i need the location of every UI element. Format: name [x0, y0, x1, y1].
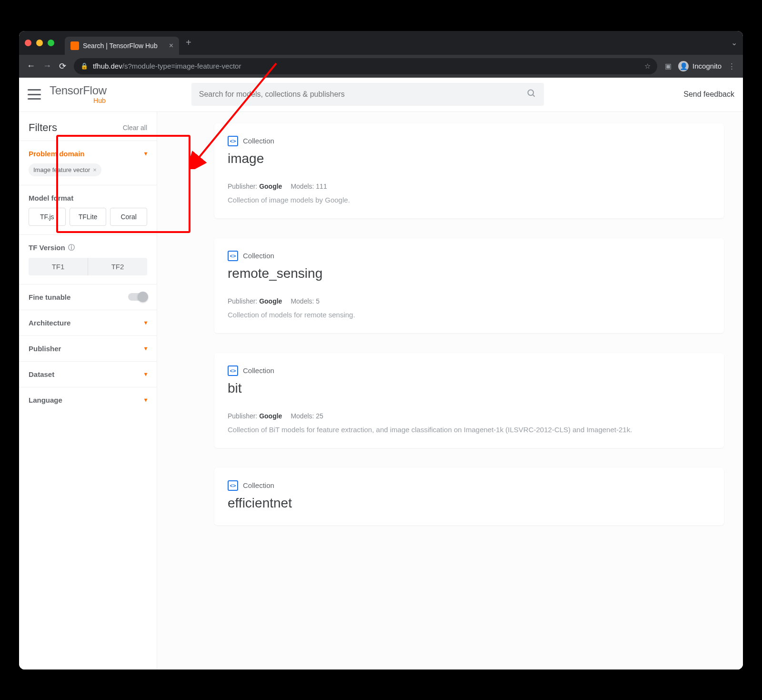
filters-title: Filters	[29, 122, 57, 134]
chip-label: Image feature vector	[33, 166, 90, 173]
nav-back-button[interactable]: ←	[27, 61, 35, 71]
filter-label: TF Version	[29, 243, 65, 252]
url-input[interactable]: 🔒 tfhub.dev/s?module-type=image-feature-…	[74, 58, 657, 74]
incognito-label: Incognito	[692, 62, 722, 70]
publisher-label: Publisher:	[228, 183, 257, 190]
format-coral-button[interactable]: Coral	[110, 208, 147, 226]
tab-close-icon[interactable]: ×	[169, 41, 173, 50]
svg-line-3	[532, 94, 534, 96]
filter-model-format: Model format TF.js TFLite Coral	[19, 185, 157, 234]
filter-label: Dataset	[29, 370, 54, 378]
extensions-icon[interactable]: ▣	[665, 62, 672, 71]
card-desc: Collection of BiT models for feature ext…	[228, 426, 711, 434]
chevron-down-icon: ▾	[144, 371, 147, 377]
tf2-button[interactable]: TF2	[88, 258, 147, 275]
card-title: image	[228, 151, 711, 166]
nav-reload-button[interactable]: ⟳	[59, 61, 66, 71]
card-desc: Collection of models for remote sensing.	[228, 311, 711, 319]
collection-icon: <>	[228, 480, 238, 491]
filter-chip[interactable]: Image feature vector ×	[29, 163, 101, 176]
tag-label: Collection	[243, 137, 274, 145]
search-input[interactable]	[199, 90, 527, 99]
models-label: Models:	[291, 297, 314, 305]
result-card[interactable]: <>Collection image Publisher: Google Mod…	[214, 123, 724, 218]
filter-language[interactable]: Language ▾	[19, 387, 157, 413]
browser-tab-bar: Search | TensorFlow Hub × + ⌄	[19, 31, 743, 55]
filter-label: Problem domain	[29, 150, 85, 158]
format-tflite-button[interactable]: TFLite	[70, 208, 107, 226]
window-controls	[25, 40, 54, 46]
tf1-button[interactable]: TF1	[29, 258, 88, 275]
tab-favicon-icon	[70, 41, 79, 50]
models-value: 111	[316, 183, 327, 190]
result-card[interactable]: <>Collection remote_sensing Publisher: G…	[214, 238, 724, 333]
tag-label: Collection	[243, 252, 274, 260]
logo-main: TensorFlow	[50, 85, 107, 96]
clear-all-link[interactable]: Clear all	[123, 124, 147, 132]
filter-tf-version: TF Version ⓘ TF1 TF2	[19, 234, 157, 284]
browser-menu-icon[interactable]: ⋮	[728, 62, 735, 71]
filter-publisher[interactable]: Publisher ▾	[19, 335, 157, 361]
window-minimize-icon[interactable]	[36, 40, 43, 46]
filter-label: Publisher	[29, 345, 61, 353]
lock-icon: 🔒	[80, 62, 88, 70]
url-path: /s?module-type=image-feature-vector	[122, 62, 241, 70]
chevron-down-icon: ▾	[144, 345, 147, 352]
page-header: TensorFlow Hub Send feedback	[19, 78, 743, 112]
logo[interactable]: TensorFlow Hub	[50, 85, 107, 104]
results-main: <>Collection image Publisher: Google Mod…	[157, 112, 743, 670]
filter-label: Architecture	[29, 319, 70, 327]
incognito-icon: 👤	[678, 61, 689, 71]
result-card[interactable]: <>Collection bit Publisher: Google Model…	[214, 353, 724, 448]
result-card[interactable]: <>Collection efficientnet	[214, 468, 724, 525]
format-tfjs-button[interactable]: TF.js	[29, 208, 66, 226]
publisher-label: Publisher:	[228, 297, 257, 305]
filters-sidebar: Filters Clear all Problem domain ▾ Image…	[19, 112, 157, 670]
card-title: remote_sensing	[228, 266, 711, 281]
chevron-down-icon: ▾	[144, 396, 147, 403]
help-icon[interactable]: ⓘ	[68, 243, 75, 252]
new-tab-button[interactable]: +	[186, 37, 191, 48]
filter-label: Language	[29, 396, 62, 404]
models-value: 5	[316, 297, 320, 305]
send-feedback-link[interactable]: Send feedback	[683, 90, 734, 99]
logo-sub: Hub	[93, 97, 106, 104]
card-title: efficientnet	[228, 496, 711, 511]
filter-dataset[interactable]: Dataset ▾	[19, 361, 157, 387]
models-label: Models:	[291, 412, 314, 420]
filter-problem-domain[interactable]: Problem domain ▾ Image feature vector ×	[19, 141, 157, 185]
url-domain: tfhub.dev	[93, 62, 122, 70]
search-box[interactable]	[191, 83, 544, 106]
filter-fine-tunable: Fine tunable	[19, 284, 157, 310]
hamburger-menu-button[interactable]	[28, 89, 41, 100]
fine-tunable-toggle[interactable]	[128, 293, 147, 301]
search-icon[interactable]	[527, 89, 536, 101]
nav-forward-button[interactable]: →	[43, 61, 51, 71]
window-maximize-icon[interactable]	[48, 40, 54, 46]
tabbar-chevron-icon[interactable]: ⌄	[731, 38, 737, 47]
chip-remove-icon[interactable]: ×	[93, 166, 97, 173]
publisher-value: Google	[259, 412, 282, 420]
models-value: 25	[316, 412, 323, 420]
filter-label: Fine tunable	[29, 293, 70, 301]
card-title: bit	[228, 381, 711, 396]
publisher-value: Google	[259, 183, 282, 190]
chevron-down-icon: ▾	[144, 319, 147, 326]
publisher-value: Google	[259, 297, 282, 305]
chevron-down-icon: ▾	[144, 150, 147, 157]
tag-label: Collection	[243, 366, 274, 375]
collection-icon: <>	[228, 365, 238, 376]
collection-icon: <>	[228, 251, 238, 261]
tab-title: Search | TensorFlow Hub	[83, 42, 158, 50]
filter-architecture[interactable]: Architecture ▾	[19, 310, 157, 335]
browser-address-bar: ← → ⟳ 🔒 tfhub.dev/s?module-type=image-fe…	[19, 55, 743, 78]
tag-label: Collection	[243, 481, 274, 489]
window-close-icon[interactable]	[25, 40, 31, 46]
bookmark-star-icon[interactable]: ☆	[644, 62, 651, 71]
models-label: Models:	[291, 183, 314, 190]
browser-tab[interactable]: Search | TensorFlow Hub ×	[65, 37, 179, 55]
card-desc: Collection of image models by Google.	[228, 196, 711, 204]
incognito-badge: 👤 Incognito	[678, 61, 722, 71]
svg-point-2	[528, 90, 533, 95]
filters-header: Filters Clear all	[19, 112, 157, 141]
